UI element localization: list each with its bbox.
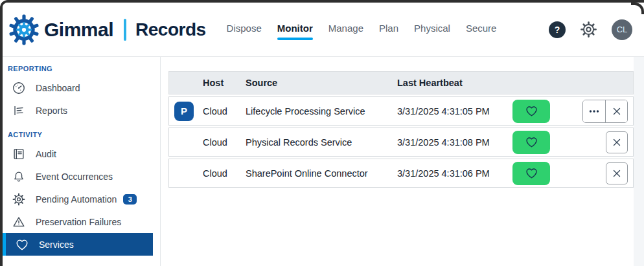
main-content: Host Source Last Heartbeat P Cloud Lifec… [161, 57, 644, 266]
app-header: Gimmal Records Dispose Monitor Manage Pl… [3, 3, 644, 57]
close-button[interactable] [606, 131, 628, 153]
cell-last-heartbeat: 3/31/2025 4:31:05 PM [397, 106, 512, 116]
heart-icon [525, 166, 538, 180]
heart-icon [525, 135, 538, 149]
sidebar-item-event-occurrences[interactable]: Event Occurrences [3, 165, 160, 188]
app-window: Gimmal Records Dispose Monitor Manage Pl… [0, 0, 644, 266]
sidebar-item-label: Preservation Failures [36, 217, 121, 227]
sidebar-item-pending-automation[interactable]: Pending Automation 3 [3, 188, 160, 210]
sidebar-item-dashboard[interactable]: Dashboard [3, 76, 160, 99]
warning-icon [12, 215, 26, 229]
brand-name: Gimmal [44, 19, 113, 41]
sidebar-item-services[interactable]: Services [3, 233, 153, 256]
column-header-last-heartbeat: Last Heartbeat [397, 78, 512, 88]
sidebar-item-reports[interactable]: Reports [3, 99, 160, 122]
nav-item-plan[interactable]: Plan [379, 19, 398, 40]
gear-icon [12, 192, 26, 206]
cell-host: Cloud [203, 106, 246, 116]
close-button[interactable] [605, 100, 627, 122]
sidebar-item-label: Event Occurrences [36, 172, 113, 182]
nav-item-secure[interactable]: Secure [466, 19, 497, 40]
cell-last-heartbeat: 3/31/2025 4:31:08 PM [397, 137, 512, 148]
sidebar-section-activity: ACTIVITY [3, 131, 160, 142]
nav-item-physical[interactable]: Physical [414, 19, 450, 40]
close-icon [613, 107, 621, 115]
sidebar-item-label: Services [39, 239, 74, 250]
gauge-icon [12, 81, 26, 95]
cell-source: SharePoint Online Connector [246, 168, 397, 179]
more-options-button[interactable] [583, 100, 605, 122]
settings-button[interactable] [580, 21, 597, 38]
provider-badge: P [174, 102, 194, 121]
table-row: Cloud Physical Records Service 3/31/2025… [168, 127, 634, 157]
brand-product: Records [135, 19, 206, 40]
bell-icon [12, 170, 26, 184]
column-header-source: Source [246, 78, 397, 88]
column-header-host: Host [203, 78, 246, 88]
heartbeat-status-button[interactable] [512, 131, 550, 154]
primary-nav: Dispose Monitor Manage Plan Physical Sec… [227, 19, 497, 40]
table-row: Cloud SharePoint Online Connector 3/31/2… [168, 159, 634, 188]
nav-item-dispose[interactable]: Dispose [227, 19, 262, 40]
book-icon [12, 147, 26, 161]
heartbeat-status-button[interactable] [512, 100, 550, 123]
scrollbar-gutter [634, 57, 644, 266]
cell-host: Cloud [203, 137, 246, 148]
sidebar: REPORTING Dashboard [3, 57, 161, 266]
sidebar-item-label: Audit [36, 149, 56, 159]
heart-icon [525, 104, 538, 118]
ellipsis-icon [589, 109, 599, 113]
sidebar-item-label: Pending Automation [36, 194, 117, 205]
heart-icon [15, 238, 29, 252]
help-button[interactable]: ? [549, 21, 566, 38]
avatar[interactable]: CL [612, 19, 632, 40]
cell-host: Cloud [203, 168, 246, 179]
question-mark-icon: ? [555, 25, 560, 35]
sidebar-item-audit[interactable]: Audit [3, 142, 160, 165]
sidebar-item-label: Reports [36, 105, 67, 116]
gear-icon [580, 21, 597, 38]
cell-source: Physical Records Service [246, 137, 397, 148]
close-icon [613, 139, 621, 146]
close-icon [613, 170, 621, 177]
heartbeat-status-button[interactable] [512, 162, 550, 185]
sidebar-section-reporting: REPORTING [3, 65, 160, 76]
gimmal-logo-gear-icon [8, 14, 40, 46]
brand: Gimmal Records [8, 14, 206, 46]
cell-source: Lifecycle Processing Service [246, 106, 397, 116]
sidebar-item-label: Dashboard [36, 83, 80, 93]
nav-item-manage[interactable]: Manage [328, 19, 363, 40]
table-row: P Cloud Lifecycle Processing Service 3/3… [168, 96, 634, 126]
header-actions: ? CL [549, 19, 632, 40]
pending-automation-count-badge: 3 [123, 194, 137, 205]
brand-divider [124, 19, 126, 41]
table-header-row: Host Source Last Heartbeat [168, 71, 634, 94]
close-button[interactable] [606, 162, 628, 184]
report-icon [12, 104, 26, 118]
sidebar-item-preservation-failures[interactable]: Preservation Failures [3, 210, 160, 233]
services-table: Host Source Last Heartbeat P Cloud Lifec… [168, 71, 634, 188]
nav-item-monitor[interactable]: Monitor [277, 19, 313, 40]
cell-last-heartbeat: 3/31/2025 4:31:06 PM [397, 168, 512, 179]
